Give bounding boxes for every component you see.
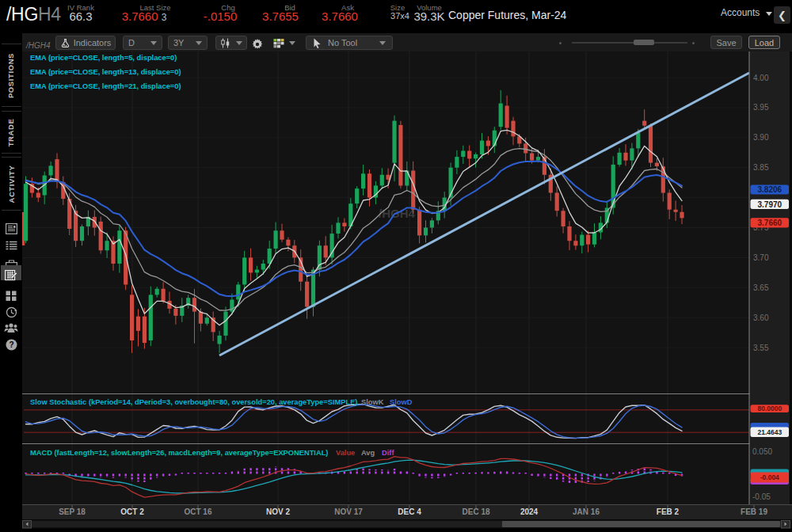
svg-text:3.70: 3.70 — [753, 253, 769, 262]
svg-text:SlowK: SlowK — [361, 398, 384, 406]
svg-text:EMA (price=CLOSE, length=13, d: EMA (price=CLOSE, length=13, displace=0) — [30, 68, 181, 76]
svg-text:NOV 17: NOV 17 — [334, 507, 363, 516]
svg-text:-0.004: -0.004 — [760, 473, 779, 481]
svg-text:3.7660: 3.7660 — [758, 218, 782, 227]
svg-text:2024: 2024 — [520, 507, 539, 516]
svg-text:Diff: Diff — [382, 449, 394, 457]
svg-text:OCT 16: OCT 16 — [184, 507, 211, 516]
svg-text:4.00: 4.00 — [753, 74, 769, 82]
svg-text:EMA (price=CLOSE, length=21, d: EMA (price=CLOSE, length=21, displace=0) — [30, 82, 181, 90]
svg-text:Value: Value — [336, 449, 355, 457]
svg-text:SEP 18: SEP 18 — [59, 507, 86, 516]
svg-text:JAN 16: JAN 16 — [573, 507, 600, 516]
svg-text:DEC 18: DEC 18 — [462, 507, 489, 516]
svg-text:?: ? — [9, 340, 13, 349]
svg-text:OCT 2: OCT 2 — [120, 507, 144, 516]
svg-text:3.90: 3.90 — [753, 133, 769, 142]
svg-text:FEB 2: FEB 2 — [657, 507, 680, 516]
svg-text:Slow Stochastic (kPeriod=14, d: Slow Stochastic (kPeriod=14, dPeriod=3, … — [30, 398, 357, 406]
svg-text:NOV 2: NOV 2 — [266, 507, 290, 516]
svg-text:21.4643: 21.4643 — [757, 428, 782, 436]
svg-text:3.60: 3.60 — [753, 314, 769, 322]
svg-text:3.95: 3.95 — [753, 103, 769, 112]
svg-text:0.050: 0.050 — [752, 447, 772, 456]
svg-text:Avg: Avg — [361, 449, 375, 457]
svg-text:80.0000: 80.0000 — [757, 405, 782, 412]
svg-text:3.85: 3.85 — [753, 163, 769, 172]
svg-text:3.55: 3.55 — [753, 344, 769, 352]
svg-text:3.65: 3.65 — [753, 283, 769, 292]
svg-text:SlowD: SlowD — [390, 398, 413, 406]
svg-text:MACD (fastLength=12, slowLengt: MACD (fastLength=12, slowLength=26, macd… — [30, 449, 328, 457]
svg-text:EMA (price=CLOSE, length=5, di: EMA (price=CLOSE, length=5, displace=0) — [30, 54, 177, 62]
svg-text:-0.05: -0.05 — [752, 492, 771, 501]
svg-text:DEC 4: DEC 4 — [398, 507, 421, 516]
svg-text:3.7970: 3.7970 — [758, 200, 782, 209]
svg-text:FEB 19: FEB 19 — [741, 507, 767, 516]
svg-text:3.8206: 3.8206 — [758, 185, 782, 194]
